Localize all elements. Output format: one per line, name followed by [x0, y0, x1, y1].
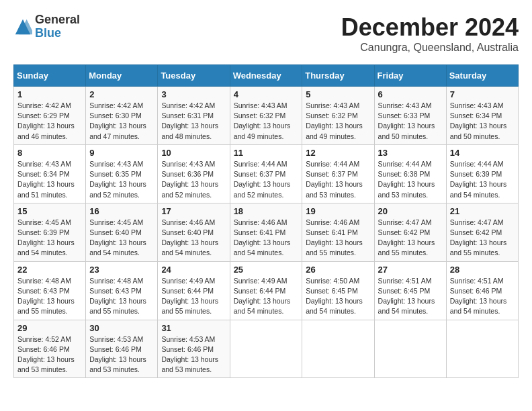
- calendar-cell: 29Sunrise: 4:52 AM Sunset: 6:46 PM Dayli…: [14, 320, 86, 378]
- day-number: 16: [89, 206, 154, 216]
- day-number: 4: [234, 89, 299, 99]
- calendar-cell: 21Sunrise: 4:47 AM Sunset: 6:42 PM Dayli…: [446, 203, 518, 261]
- calendar-cell: 8Sunrise: 4:43 AM Sunset: 6:34 PM Daylig…: [14, 144, 86, 203]
- day-info: Sunrise: 4:42 AM Sunset: 6:31 PM Dayligh…: [161, 101, 226, 142]
- calendar-cell: 20Sunrise: 4:47 AM Sunset: 6:42 PM Dayli…: [374, 203, 446, 261]
- day-number: 21: [450, 206, 515, 216]
- page-header: General Blue December 2024 Canungra, Que…: [13, 13, 519, 54]
- day-info: Sunrise: 4:45 AM Sunset: 6:39 PM Dayligh…: [17, 218, 82, 259]
- calendar-cell: 23Sunrise: 4:48 AM Sunset: 6:43 PM Dayli…: [86, 261, 158, 320]
- day-number: 5: [306, 89, 370, 99]
- day-number: 7: [450, 89, 515, 99]
- calendar-cell: [374, 320, 446, 378]
- day-number: 20: [378, 206, 443, 216]
- day-info: Sunrise: 4:44 AM Sunset: 6:37 PM Dayligh…: [234, 159, 299, 200]
- week-row-3: 15Sunrise: 4:45 AM Sunset: 6:39 PM Dayli…: [14, 203, 519, 261]
- calendar-cell: 4Sunrise: 4:43 AM Sunset: 6:32 PM Daylig…: [230, 87, 302, 145]
- day-info: Sunrise: 4:43 AM Sunset: 6:34 PM Dayligh…: [450, 101, 515, 142]
- logo-blue-text: Blue: [35, 27, 80, 40]
- week-row-1: 1Sunrise: 4:42 AM Sunset: 6:29 PM Daylig…: [14, 87, 519, 145]
- day-number: 27: [378, 265, 443, 275]
- day-number: 14: [450, 148, 515, 158]
- calendar-cell: 17Sunrise: 4:46 AM Sunset: 6:40 PM Dayli…: [158, 203, 230, 261]
- day-info: Sunrise: 4:53 AM Sunset: 6:46 PM Dayligh…: [161, 334, 226, 375]
- location-subtitle: Canungra, Queensland, Australia: [341, 42, 519, 54]
- calendar-cell: 7Sunrise: 4:43 AM Sunset: 6:34 PM Daylig…: [446, 87, 518, 145]
- calendar-cell: 14Sunrise: 4:44 AM Sunset: 6:39 PM Dayli…: [446, 144, 518, 203]
- week-row-2: 8Sunrise: 4:43 AM Sunset: 6:34 PM Daylig…: [14, 144, 519, 203]
- col-thursday: Thursday: [302, 65, 374, 87]
- day-number: 24: [161, 265, 226, 275]
- day-info: Sunrise: 4:43 AM Sunset: 6:35 PM Dayligh…: [89, 159, 154, 200]
- day-info: Sunrise: 4:43 AM Sunset: 6:32 PM Dayligh…: [306, 101, 370, 142]
- day-number: 19: [306, 206, 370, 216]
- day-info: Sunrise: 4:44 AM Sunset: 6:37 PM Dayligh…: [306, 159, 370, 200]
- calendar-cell: 30Sunrise: 4:53 AM Sunset: 6:46 PM Dayli…: [86, 320, 158, 378]
- logo-icon: [13, 17, 32, 36]
- calendar-cell: 28Sunrise: 4:51 AM Sunset: 6:46 PM Dayli…: [446, 261, 518, 320]
- calendar-cell: 3Sunrise: 4:42 AM Sunset: 6:31 PM Daylig…: [158, 87, 230, 145]
- calendar-cell: 5Sunrise: 4:43 AM Sunset: 6:32 PM Daylig…: [302, 87, 374, 145]
- calendar-cell: 22Sunrise: 4:48 AM Sunset: 6:43 PM Dayli…: [14, 261, 86, 320]
- calendar-cell: 12Sunrise: 4:44 AM Sunset: 6:37 PM Dayli…: [302, 144, 374, 203]
- header-row: Sunday Monday Tuesday Wednesday Thursday…: [14, 65, 519, 87]
- calendar-cell: 10Sunrise: 4:43 AM Sunset: 6:36 PM Dayli…: [158, 144, 230, 203]
- col-wednesday: Wednesday: [230, 65, 302, 87]
- day-info: Sunrise: 4:51 AM Sunset: 6:46 PM Dayligh…: [450, 276, 515, 317]
- day-info: Sunrise: 4:43 AM Sunset: 6:32 PM Dayligh…: [234, 101, 299, 142]
- day-number: 26: [306, 265, 370, 275]
- day-info: Sunrise: 4:50 AM Sunset: 6:45 PM Dayligh…: [306, 276, 370, 317]
- calendar-cell: [230, 320, 302, 378]
- calendar-cell: 11Sunrise: 4:44 AM Sunset: 6:37 PM Dayli…: [230, 144, 302, 203]
- day-info: Sunrise: 4:46 AM Sunset: 6:40 PM Dayligh…: [161, 218, 226, 259]
- day-info: Sunrise: 4:45 AM Sunset: 6:40 PM Dayligh…: [89, 218, 154, 259]
- calendar-table: Sunday Monday Tuesday Wednesday Thursday…: [13, 64, 519, 378]
- day-info: Sunrise: 4:51 AM Sunset: 6:45 PM Dayligh…: [378, 276, 443, 317]
- day-info: Sunrise: 4:42 AM Sunset: 6:29 PM Dayligh…: [17, 101, 82, 142]
- day-info: Sunrise: 4:43 AM Sunset: 6:33 PM Dayligh…: [378, 101, 443, 142]
- day-info: Sunrise: 4:47 AM Sunset: 6:42 PM Dayligh…: [450, 218, 515, 259]
- day-info: Sunrise: 4:52 AM Sunset: 6:46 PM Dayligh…: [17, 334, 82, 375]
- day-number: 10: [161, 148, 226, 158]
- day-info: Sunrise: 4:49 AM Sunset: 6:44 PM Dayligh…: [234, 276, 299, 317]
- calendar-cell: [446, 320, 518, 378]
- col-monday: Monday: [86, 65, 158, 87]
- day-info: Sunrise: 4:44 AM Sunset: 6:39 PM Dayligh…: [450, 159, 515, 200]
- day-info: Sunrise: 4:49 AM Sunset: 6:44 PM Dayligh…: [161, 276, 226, 317]
- day-number: 3: [161, 89, 226, 99]
- day-info: Sunrise: 4:47 AM Sunset: 6:42 PM Dayligh…: [378, 218, 443, 259]
- day-number: 31: [161, 323, 226, 333]
- day-number: 13: [378, 148, 443, 158]
- logo-general-text: General: [35, 13, 80, 27]
- day-number: 9: [89, 148, 154, 158]
- week-row-4: 22Sunrise: 4:48 AM Sunset: 6:43 PM Dayli…: [14, 261, 519, 320]
- day-number: 15: [17, 206, 82, 216]
- calendar-cell: 16Sunrise: 4:45 AM Sunset: 6:40 PM Dayli…: [86, 203, 158, 261]
- calendar-cell: [302, 320, 374, 378]
- day-info: Sunrise: 4:46 AM Sunset: 6:41 PM Dayligh…: [234, 218, 299, 259]
- day-info: Sunrise: 4:43 AM Sunset: 6:36 PM Dayligh…: [161, 159, 226, 200]
- col-saturday: Saturday: [446, 65, 518, 87]
- day-number: 1: [17, 89, 82, 99]
- calendar-cell: 19Sunrise: 4:46 AM Sunset: 6:41 PM Dayli…: [302, 203, 374, 261]
- day-number: 8: [17, 148, 82, 158]
- day-number: 2: [89, 89, 154, 99]
- col-friday: Friday: [374, 65, 446, 87]
- calendar-cell: 26Sunrise: 4:50 AM Sunset: 6:45 PM Dayli…: [302, 261, 374, 320]
- day-number: 11: [234, 148, 299, 158]
- day-number: 12: [306, 148, 370, 158]
- logo-text: General Blue: [35, 13, 80, 40]
- col-sunday: Sunday: [14, 65, 86, 87]
- day-number: 25: [234, 265, 299, 275]
- logo: General Blue: [13, 13, 80, 40]
- calendar-cell: 31Sunrise: 4:53 AM Sunset: 6:46 PM Dayli…: [158, 320, 230, 378]
- day-number: 23: [89, 265, 154, 275]
- calendar-cell: 2Sunrise: 4:42 AM Sunset: 6:30 PM Daylig…: [86, 87, 158, 145]
- calendar-cell: 6Sunrise: 4:43 AM Sunset: 6:33 PM Daylig…: [374, 87, 446, 145]
- calendar-cell: 25Sunrise: 4:49 AM Sunset: 6:44 PM Dayli…: [230, 261, 302, 320]
- day-info: Sunrise: 4:48 AM Sunset: 6:43 PM Dayligh…: [89, 276, 154, 317]
- col-tuesday: Tuesday: [158, 65, 230, 87]
- day-info: Sunrise: 4:43 AM Sunset: 6:34 PM Dayligh…: [17, 159, 82, 200]
- day-number: 30: [89, 323, 154, 333]
- calendar-cell: 13Sunrise: 4:44 AM Sunset: 6:38 PM Dayli…: [374, 144, 446, 203]
